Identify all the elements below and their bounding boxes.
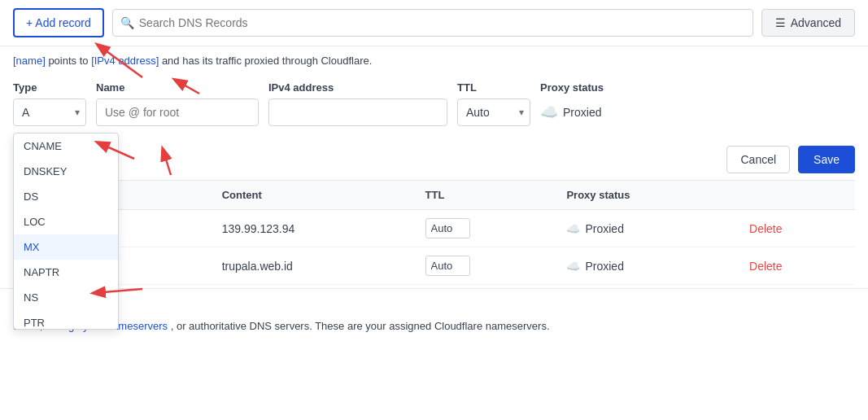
name-input[interactable] bbox=[96, 98, 259, 126]
proxy-field-label: Proxy status bbox=[540, 81, 670, 94]
search-icon: 🔍 bbox=[120, 16, 134, 29]
type-dropdown-menu: CNAME DNSKEY DS LOC MX NAPTR NS PTR bbox=[13, 133, 119, 330]
ipv4-field-label: IPv4 address bbox=[268, 81, 447, 94]
proxy-status: ☁️ Proxied bbox=[540, 103, 670, 121]
table-row: trupala.web.id 139.99.123.94 Auto ☁️ Pro… bbox=[13, 210, 855, 247]
dropdown-item-ns[interactable]: NS bbox=[14, 285, 118, 310]
info-text-end: and has its traffic proxied through Clou… bbox=[162, 55, 372, 67]
row2-proxy-icon: ☁️ bbox=[566, 260, 580, 273]
proxy-status-text: Proxied bbox=[563, 106, 601, 119]
dns-management-page: + Add record 🔍 ☰ Advanced [name] points … bbox=[0, 0, 868, 420]
advanced-label: Advanced bbox=[791, 16, 841, 29]
row2-proxy: ☁️ Proxied bbox=[556, 247, 739, 285]
cancel-button[interactable]: Cancel bbox=[726, 146, 790, 173]
ttl-select[interactable]: Auto 1 min 5 min bbox=[457, 98, 530, 126]
add-record-button[interactable]: + Add record bbox=[13, 8, 104, 37]
row2-content: trupala.web.id bbox=[212, 247, 416, 285]
ns-text-after: , or authoritative DNS servers. These ar… bbox=[171, 320, 550, 332]
row2-delete-button[interactable]: Delete bbox=[749, 260, 782, 273]
search-wrapper: 🔍 bbox=[112, 9, 753, 37]
form-section: Type Name IPv4 address TTL Proxy status … bbox=[0, 75, 868, 139]
row1-ttl-select[interactable]: Auto bbox=[425, 218, 470, 238]
save-button[interactable]: Save bbox=[798, 146, 855, 173]
table-header-row: Name Content TTL Proxy status bbox=[13, 181, 855, 210]
fields-row: A AAAA CNAME MX TXT ▾ CNAME DNSKEY DS LO… bbox=[13, 98, 855, 126]
proxy-cloud-icon: ☁️ bbox=[540, 103, 558, 121]
dns-table: Name Content TTL Proxy status trupala.we… bbox=[13, 180, 855, 285]
dns-table-section: Name Content TTL Proxy status trupala.we… bbox=[0, 180, 868, 285]
table-row: www trupala.web.id Auto ☁️ Proxied bbox=[13, 247, 855, 285]
advanced-button[interactable]: ☰ Advanced bbox=[761, 9, 855, 37]
row2-ttl: Auto bbox=[416, 247, 557, 285]
dropdown-item-ptr[interactable]: PTR bbox=[14, 310, 118, 329]
ttl-select-wrapper: Auto 1 min 5 min ▾ bbox=[457, 98, 530, 126]
info-bar: [name] points to [IPv4 address] and has … bbox=[0, 46, 868, 75]
nameservers-text: dflare, change your nameservers , or aut… bbox=[13, 320, 855, 332]
col-header-ttl: TTL bbox=[416, 181, 557, 210]
row1-proxy: ☁️ Proxied bbox=[556, 210, 739, 247]
dropdown-item-mx[interactable]: MX bbox=[14, 234, 118, 260]
row1-delete-button[interactable]: Delete bbox=[749, 222, 782, 235]
dropdown-scroll[interactable]: CNAME DNSKEY DS LOC MX NAPTR NS PTR bbox=[14, 133, 118, 329]
nameservers-section: e nameservers dflare, change your namese… bbox=[0, 288, 868, 343]
col-header-content: Content bbox=[212, 181, 416, 210]
row2-proxy-text: Proxied bbox=[585, 260, 623, 273]
ttl-field-label: TTL bbox=[457, 81, 530, 94]
advanced-icon: ☰ bbox=[775, 16, 786, 29]
dropdown-item-ds[interactable]: DS bbox=[14, 184, 118, 209]
toolbar: + Add record 🔍 ☰ Advanced bbox=[0, 0, 868, 46]
info-name-highlight: [name] bbox=[13, 55, 46, 67]
dropdown-item-loc[interactable]: LOC bbox=[14, 209, 118, 234]
dropdown-item-dnskey[interactable]: DNSKEY bbox=[14, 159, 118, 184]
dropdown-item-naptr[interactable]: NAPTR bbox=[14, 260, 118, 285]
ipv4-input[interactable] bbox=[268, 98, 447, 126]
type-field-label: Type bbox=[13, 81, 86, 94]
col-header-actions bbox=[739, 181, 855, 210]
row1-proxy-text: Proxied bbox=[585, 222, 623, 235]
name-field-label: Name bbox=[96, 81, 259, 94]
field-labels: Type Name IPv4 address TTL Proxy status bbox=[13, 81, 855, 94]
nameservers-heading: e nameservers bbox=[13, 300, 855, 315]
row2-actions: Delete bbox=[739, 247, 855, 285]
type-select-wrapper: A AAAA CNAME MX TXT ▾ CNAME DNSKEY DS LO… bbox=[13, 98, 86, 126]
col-header-proxy: Proxy status bbox=[556, 181, 739, 210]
row1-content: 139.99.123.94 bbox=[212, 210, 416, 247]
type-select[interactable]: A AAAA CNAME MX TXT bbox=[13, 98, 86, 126]
search-input[interactable] bbox=[112, 9, 753, 37]
dropdown-item-cname[interactable]: CNAME bbox=[14, 133, 118, 159]
row1-ttl: Auto bbox=[416, 210, 557, 247]
row2-ttl-select[interactable]: Auto bbox=[425, 256, 470, 276]
row1-proxy-icon: ☁️ bbox=[566, 222, 580, 235]
info-ip-highlight: [IPv4 address] bbox=[91, 55, 159, 67]
action-buttons: Cancel Save bbox=[0, 139, 868, 180]
info-text-middle: points to bbox=[48, 55, 91, 67]
row1-actions: Delete bbox=[739, 210, 855, 247]
